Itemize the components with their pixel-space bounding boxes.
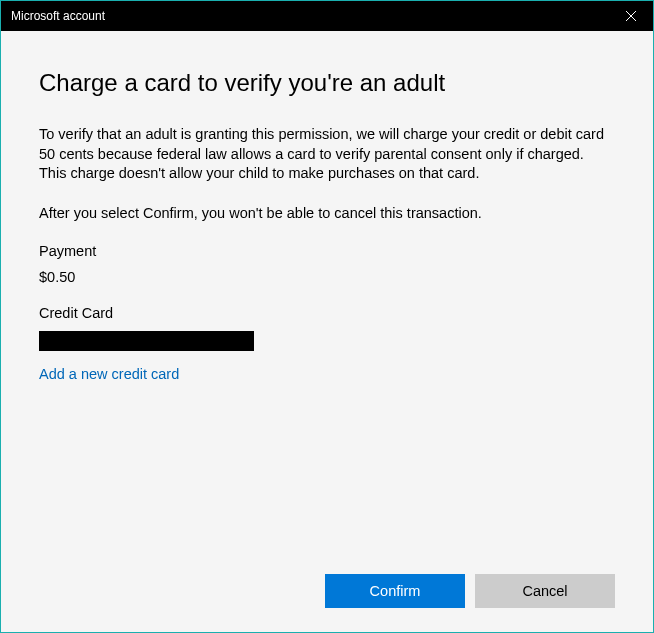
cancel-button[interactable]: Cancel (475, 574, 615, 608)
masked-card-number (39, 331, 254, 351)
page-heading: Charge a card to verify you're an adult (39, 69, 615, 97)
payment-amount: $0.50 (39, 269, 615, 285)
add-card-link[interactable]: Add a new credit card (39, 366, 179, 382)
payment-label: Payment (39, 243, 615, 259)
description-text: To verify that an adult is granting this… (39, 125, 615, 184)
button-row: Confirm Cancel (325, 574, 615, 608)
notice-text: After you select Confirm, you won't be a… (39, 204, 615, 224)
dialog-content: Charge a card to verify you're an adult … (1, 31, 653, 632)
confirm-button[interactable]: Confirm (325, 574, 465, 608)
dialog-window: Microsoft account Charge a card to verif… (0, 0, 654, 633)
payment-method-label: Credit Card (39, 305, 615, 321)
window-title: Microsoft account (11, 9, 105, 23)
close-icon (626, 11, 636, 21)
titlebar: Microsoft account (1, 1, 653, 31)
close-button[interactable] (608, 1, 653, 31)
